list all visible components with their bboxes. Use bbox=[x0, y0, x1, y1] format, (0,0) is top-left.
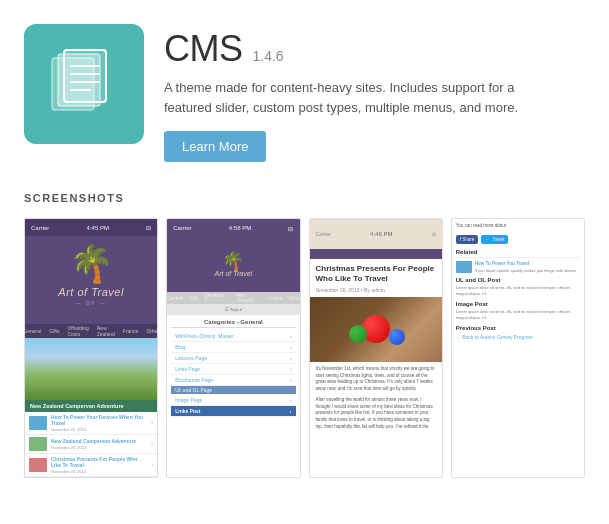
ss1-menu-row: General Gifts Offsetting Costs New Zeala… bbox=[25, 324, 157, 337]
ss4-previous-link[interactable]: ← Back to Antony Growly Program bbox=[456, 334, 580, 340]
header-section: CMS 1.4.6 A theme made for content-heavy… bbox=[0, 0, 609, 182]
ss1-status-bar: Carrier 4:45 PM ⊟ bbox=[25, 219, 157, 236]
ss1-menu-gifts: Gifts bbox=[49, 328, 59, 334]
ss2-nav-offsetting: Offsetting C... bbox=[205, 293, 231, 303]
ss3-post-image bbox=[310, 297, 442, 362]
ss2-nav-general: General bbox=[167, 296, 183, 301]
ss2-battery: ⊟ bbox=[288, 225, 293, 232]
ss4-related-item-1: How To Power You Travel If you travel ou… bbox=[456, 261, 580, 273]
ss2-cat-item-1: WithPosts (Direct): Master› bbox=[171, 331, 295, 342]
ss2-content: Categories - General WithPosts (Direct):… bbox=[167, 315, 299, 421]
ss4-related-title: Related bbox=[456, 249, 580, 258]
ss3-post-date: November 26, 2013 bbox=[316, 287, 360, 293]
ss1-list: How To Power Your Devices When You Trave… bbox=[25, 412, 157, 477]
ss2-status-bar: Carrier 4:58 PM ⊟ bbox=[167, 219, 299, 237]
ss3-post-meta: November 26, 2013 • By admin bbox=[310, 287, 442, 297]
screenshot-2: Carrier 4:58 PM ⊟ 🌴 Art of Travel Genera… bbox=[166, 218, 300, 478]
ss2-header: 🌴 Art of Travel bbox=[167, 237, 299, 292]
ss2-cat-item-7: Links Post› bbox=[171, 406, 295, 417]
ss1-thumb-2 bbox=[29, 437, 47, 451]
ss3-paragraph-2: After travelling the world for almost th… bbox=[316, 397, 436, 431]
ss4-intro-text: You can read more about bbox=[456, 223, 580, 230]
ss3-post-author-name: By admin bbox=[364, 287, 385, 293]
ss1-battery: ⊟ bbox=[146, 224, 151, 231]
ss1-list-date-3: November 20, 2013 bbox=[51, 469, 147, 474]
ss2-cat-item-6: Image Page› bbox=[171, 395, 295, 406]
ss1-menu-france: France bbox=[123, 328, 139, 334]
theme-version: 1.4.6 bbox=[253, 48, 284, 64]
ss2-nav-france: France bbox=[268, 296, 282, 301]
ss2-palm-icon: 🌴 bbox=[222, 252, 244, 270]
ss4-image-title: Image Post bbox=[456, 301, 580, 307]
ss2-cat-group-ul: UL and OL Page bbox=[171, 386, 295, 394]
ss3-paragraph-1: It's November 1st, which means that shor… bbox=[316, 366, 436, 393]
ss1-image-caption: New Zealand Campervan Adventure bbox=[25, 400, 157, 412]
ss1-menu-offsetting: Offsetting Costs bbox=[67, 325, 88, 337]
ss1-arrow-3: › bbox=[151, 461, 153, 468]
ss1-list-title-2: New Zealand Campervan Adventure bbox=[51, 438, 147, 445]
ss4-share-row: f Share 🐦 Tweet bbox=[456, 235, 580, 244]
ss1-list-title-1: How To Power Your Devices When You Trave… bbox=[51, 414, 147, 427]
learn-more-button[interactable]: Learn More bbox=[164, 131, 266, 162]
theme-icon bbox=[24, 24, 144, 144]
ss1-blog-name: Art of Travel bbox=[58, 286, 124, 298]
ss2-time: 4:58 PM bbox=[229, 225, 251, 231]
ss1-thumb-3 bbox=[29, 458, 47, 472]
ss3-nav-bar bbox=[310, 249, 442, 259]
ss1-blog-subtitle: — of — bbox=[75, 300, 107, 306]
ss1-list-text-3: Christmas Presents For People Who Like T… bbox=[51, 456, 147, 474]
ss2-nav: General Gifts Offsetting C... New Zealan… bbox=[167, 292, 299, 304]
ss4-previous-title: Previous Post bbox=[456, 325, 580, 331]
ss3-header-bar: Carrier 4:46 PM ⊟ bbox=[310, 219, 442, 249]
ss1-list-item-2: New Zealand Campervan Adventure November… bbox=[25, 435, 157, 454]
screenshot-4: You can read more about f Share 🐦 Tweet … bbox=[451, 218, 585, 478]
ss4-ul-ol-title: UL and OL Post bbox=[456, 277, 580, 283]
ss2-nav-nz: New Zealand bbox=[237, 293, 262, 303]
ss1-hero-area: 🌴 Art of Travel — of — bbox=[25, 236, 157, 324]
ss4-related-item-title-1: How To Power You Travel bbox=[475, 261, 576, 267]
ss4-related-item-desc-1: If you travel outside quickly realize ju… bbox=[475, 268, 576, 274]
ss1-menu-nz: New Zealand bbox=[97, 325, 115, 337]
screenshots-label: SCREENSHOTS bbox=[24, 192, 585, 204]
ss1-list-text-2: New Zealand Campervan Adventure November… bbox=[51, 438, 147, 450]
ss4-ul-ol-desc: Lorem ipsum dolor sit amet, elit, sed do… bbox=[456, 285, 580, 297]
ss1-time: 4:45 PM bbox=[87, 225, 109, 231]
ss1-palm-icon: 🌴 bbox=[69, 246, 114, 282]
ss2-carrier: Carrier bbox=[173, 225, 191, 231]
ss2-blog-name: Art of Travel bbox=[215, 270, 253, 277]
ss2-category-header: Categories - General bbox=[171, 319, 295, 328]
ss3-post-body: It's November 1st, which means that shor… bbox=[310, 362, 442, 439]
ss1-list-date-2: November 20, 2013 bbox=[51, 445, 147, 450]
screenshot-3: Carrier 4:46 PM ⊟ Christmas Presents For… bbox=[309, 218, 443, 478]
ss2-nav-other: Other bbox=[288, 296, 299, 301]
ss1-list-text-1: How To Power Your Devices When You Trave… bbox=[51, 414, 147, 432]
header-content: CMS 1.4.6 A theme made for content-heavy… bbox=[164, 24, 585, 162]
screenshot-1: Carrier 4:45 PM ⊟ 🌴 Art of Travel — of —… bbox=[24, 218, 158, 478]
screenshots-grid: Carrier 4:45 PM ⊟ 🌴 Art of Travel — of —… bbox=[24, 218, 585, 478]
ss1-carrier: Carrier bbox=[31, 225, 49, 231]
ss1-landscape-image bbox=[25, 338, 157, 400]
ss4-related-item-content-1: How To Power You Travel If you travel ou… bbox=[475, 261, 576, 273]
ss1-thumb-1 bbox=[29, 416, 47, 430]
ss2-cat-item-4: Links Page› bbox=[171, 364, 295, 375]
ss2-cat-item-2: Blog› bbox=[171, 342, 295, 353]
ss1-list-item-3: Christmas Presents For People Who Like T… bbox=[25, 454, 157, 477]
title-row: CMS 1.4.6 bbox=[164, 28, 585, 70]
ss1-arrow-1: › bbox=[151, 419, 153, 426]
ss4-content: You can read more about f Share 🐦 Tweet … bbox=[452, 219, 584, 344]
svg-rect-2 bbox=[64, 50, 106, 102]
ss4-share-twitter[interactable]: 🐦 Tweet bbox=[481, 235, 508, 244]
ss2-cat-item-5: Blockquote Page› bbox=[171, 375, 295, 386]
theme-description: A theme made for content-heavy sites. In… bbox=[164, 78, 564, 117]
ss1-list-title-3: Christmas Presents For People Who Like T… bbox=[51, 456, 147, 469]
ss3-post-title: Christmas Presents For People Who Like T… bbox=[310, 259, 442, 287]
ss1-list-item-1: How To Power Your Devices When You Trave… bbox=[25, 412, 157, 435]
ss2-cat-item-3: Lessons Page› bbox=[171, 353, 295, 364]
ss4-share-facebook[interactable]: f Share bbox=[456, 235, 479, 244]
ss1-menu-other: Other bbox=[146, 328, 158, 334]
screenshots-section: SCREENSHOTS Carrier 4:45 PM ⊟ 🌴 Art of T… bbox=[0, 182, 609, 498]
ss4-related-thumb-1 bbox=[456, 261, 472, 273]
ss1-list-date-1: November 20, 2013 bbox=[51, 427, 147, 432]
ss4-image-desc: Lorem ipsum dolor sit amet, elit, sed do… bbox=[456, 309, 580, 321]
theme-title: CMS bbox=[164, 28, 243, 70]
